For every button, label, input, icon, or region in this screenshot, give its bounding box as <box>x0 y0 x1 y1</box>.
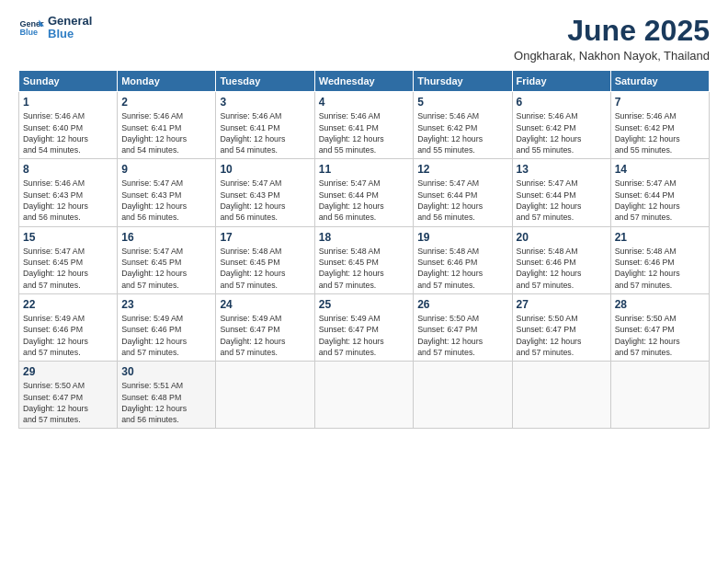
table-row: 2Sunrise: 5:46 AM Sunset: 6:41 PM Daylig… <box>118 92 216 159</box>
day-number: 30 <box>121 365 211 378</box>
day-info: Sunrise: 5:47 AM Sunset: 6:43 PM Dayligh… <box>121 178 211 223</box>
table-row: 23Sunrise: 5:49 AM Sunset: 6:46 PM Dayli… <box>118 293 216 361</box>
col-friday: Friday <box>512 71 610 92</box>
day-number: 2 <box>121 96 211 109</box>
title-block: June 2025 Ongkharak, Nakhon Nayok, Thail… <box>514 15 710 63</box>
day-info: Sunrise: 5:50 AM Sunset: 6:47 PM Dayligh… <box>615 313 705 358</box>
day-number: 24 <box>220 298 310 311</box>
table-row: 1Sunrise: 5:46 AM Sunset: 6:40 PM Daylig… <box>19 92 118 159</box>
calendar-week-row: 1Sunrise: 5:46 AM Sunset: 6:40 PM Daylig… <box>19 92 710 159</box>
day-number: 17 <box>220 231 310 244</box>
day-info: Sunrise: 5:50 AM Sunset: 6:47 PM Dayligh… <box>23 380 113 425</box>
table-row: 16Sunrise: 5:47 AM Sunset: 6:45 PM Dayli… <box>118 226 216 293</box>
day-number: 8 <box>23 163 113 176</box>
day-info: Sunrise: 5:47 AM Sunset: 6:45 PM Dayligh… <box>121 246 211 291</box>
day-info: Sunrise: 5:46 AM Sunset: 6:42 PM Dayligh… <box>517 110 607 155</box>
table-row: 15Sunrise: 5:47 AM Sunset: 6:45 PM Dayli… <box>19 226 118 293</box>
table-row: 24Sunrise: 5:49 AM Sunset: 6:47 PM Dayli… <box>216 293 314 361</box>
col-saturday: Saturday <box>610 71 709 92</box>
table-row: 4Sunrise: 5:46 AM Sunset: 6:41 PM Daylig… <box>314 92 413 159</box>
table-row: 7Sunrise: 5:46 AM Sunset: 6:42 PM Daylig… <box>610 92 709 159</box>
day-info: Sunrise: 5:49 AM Sunset: 6:46 PM Dayligh… <box>121 313 211 358</box>
day-number: 25 <box>319 298 409 311</box>
day-info: Sunrise: 5:48 AM Sunset: 6:46 PM Dayligh… <box>615 246 705 291</box>
table-row: 22Sunrise: 5:49 AM Sunset: 6:46 PM Dayli… <box>19 293 118 361</box>
day-info: Sunrise: 5:50 AM Sunset: 6:47 PM Dayligh… <box>517 313 607 358</box>
day-number: 19 <box>417 231 507 244</box>
day-info: Sunrise: 5:47 AM Sunset: 6:44 PM Dayligh… <box>615 178 705 223</box>
day-number: 6 <box>517 96 607 109</box>
day-info: Sunrise: 5:48 AM Sunset: 6:45 PM Dayligh… <box>319 246 409 291</box>
table-row <box>512 362 610 429</box>
col-sunday: Sunday <box>19 71 118 92</box>
col-tuesday: Tuesday <box>216 71 314 92</box>
day-info: Sunrise: 5:51 AM Sunset: 6:48 PM Dayligh… <box>121 380 211 425</box>
header-row: Sunday Monday Tuesday Wednesday Thursday… <box>19 71 710 92</box>
day-number: 7 <box>615 96 705 109</box>
table-row: 27Sunrise: 5:50 AM Sunset: 6:47 PM Dayli… <box>512 293 610 361</box>
logo-icon: General Blue <box>18 15 44 40</box>
day-info: Sunrise: 5:47 AM Sunset: 6:44 PM Dayligh… <box>319 178 409 223</box>
table-row <box>314 362 413 429</box>
day-info: Sunrise: 5:47 AM Sunset: 6:44 PM Dayligh… <box>517 178 607 223</box>
day-info: Sunrise: 5:46 AM Sunset: 6:43 PM Dayligh… <box>23 178 113 223</box>
day-number: 16 <box>121 231 211 244</box>
table-row: 18Sunrise: 5:48 AM Sunset: 6:45 PM Dayli… <box>314 226 413 293</box>
day-info: Sunrise: 5:48 AM Sunset: 6:45 PM Dayligh… <box>220 246 310 291</box>
day-number: 4 <box>319 96 409 109</box>
day-number: 27 <box>517 298 607 311</box>
table-row: 25Sunrise: 5:49 AM Sunset: 6:47 PM Dayli… <box>314 293 413 361</box>
day-number: 26 <box>417 298 507 311</box>
logo: General Blue General Blue <box>18 15 92 41</box>
day-info: Sunrise: 5:46 AM Sunset: 6:42 PM Dayligh… <box>615 110 705 155</box>
day-info: Sunrise: 5:48 AM Sunset: 6:46 PM Dayligh… <box>417 246 507 291</box>
calendar-week-row: 22Sunrise: 5:49 AM Sunset: 6:46 PM Dayli… <box>19 293 710 361</box>
day-number: 1 <box>23 96 113 109</box>
day-info: Sunrise: 5:49 AM Sunset: 6:47 PM Dayligh… <box>319 313 409 358</box>
day-number: 18 <box>319 231 409 244</box>
day-number: 20 <box>517 231 607 244</box>
day-number: 21 <box>615 231 705 244</box>
table-row: 5Sunrise: 5:46 AM Sunset: 6:42 PM Daylig… <box>414 92 512 159</box>
day-info: Sunrise: 5:46 AM Sunset: 6:42 PM Dayligh… <box>417 110 507 155</box>
calendar-week-row: 15Sunrise: 5:47 AM Sunset: 6:45 PM Dayli… <box>19 226 710 293</box>
table-row: 19Sunrise: 5:48 AM Sunset: 6:46 PM Dayli… <box>414 226 512 293</box>
col-wednesday: Wednesday <box>314 71 413 92</box>
day-number: 29 <box>23 365 113 378</box>
table-row <box>610 362 709 429</box>
location: Ongkharak, Nakhon Nayok, Thailand <box>514 49 710 63</box>
table-row: 12Sunrise: 5:47 AM Sunset: 6:44 PM Dayli… <box>414 159 512 226</box>
table-row: 21Sunrise: 5:48 AM Sunset: 6:46 PM Dayli… <box>610 226 709 293</box>
table-row <box>414 362 512 429</box>
day-number: 10 <box>220 163 310 176</box>
day-info: Sunrise: 5:46 AM Sunset: 6:41 PM Dayligh… <box>220 110 310 155</box>
table-row: 20Sunrise: 5:48 AM Sunset: 6:46 PM Dayli… <box>512 226 610 293</box>
calendar-week-row: 8Sunrise: 5:46 AM Sunset: 6:43 PM Daylig… <box>19 159 710 226</box>
page-header: General Blue General Blue June 2025 Ongk… <box>18 15 710 63</box>
table-row: 6Sunrise: 5:46 AM Sunset: 6:42 PM Daylig… <box>512 92 610 159</box>
table-row: 30Sunrise: 5:51 AM Sunset: 6:48 PM Dayli… <box>118 362 216 429</box>
table-row: 13Sunrise: 5:47 AM Sunset: 6:44 PM Dayli… <box>512 159 610 226</box>
day-number: 5 <box>417 96 507 109</box>
table-row: 8Sunrise: 5:46 AM Sunset: 6:43 PM Daylig… <box>19 159 118 226</box>
table-row: 29Sunrise: 5:50 AM Sunset: 6:47 PM Dayli… <box>19 362 118 429</box>
month-title: June 2025 <box>514 15 710 47</box>
day-info: Sunrise: 5:50 AM Sunset: 6:47 PM Dayligh… <box>417 313 507 358</box>
table-row: 10Sunrise: 5:47 AM Sunset: 6:43 PM Dayli… <box>216 159 314 226</box>
table-row: 3Sunrise: 5:46 AM Sunset: 6:41 PM Daylig… <box>216 92 314 159</box>
table-row <box>216 362 314 429</box>
table-row: 26Sunrise: 5:50 AM Sunset: 6:47 PM Dayli… <box>414 293 512 361</box>
day-number: 23 <box>121 298 211 311</box>
table-row: 17Sunrise: 5:48 AM Sunset: 6:45 PM Dayli… <box>216 226 314 293</box>
day-number: 28 <box>615 298 705 311</box>
table-row: 28Sunrise: 5:50 AM Sunset: 6:47 PM Dayli… <box>610 293 709 361</box>
svg-text:Blue: Blue <box>19 29 38 38</box>
day-info: Sunrise: 5:49 AM Sunset: 6:46 PM Dayligh… <box>23 313 113 358</box>
day-number: 11 <box>319 163 409 176</box>
table-row: 11Sunrise: 5:47 AM Sunset: 6:44 PM Dayli… <box>314 159 413 226</box>
day-number: 13 <box>517 163 607 176</box>
day-number: 22 <box>23 298 113 311</box>
calendar-table: Sunday Monday Tuesday Wednesday Thursday… <box>18 70 710 429</box>
logo-text-blue: Blue <box>48 28 92 40</box>
day-number: 14 <box>615 163 705 176</box>
